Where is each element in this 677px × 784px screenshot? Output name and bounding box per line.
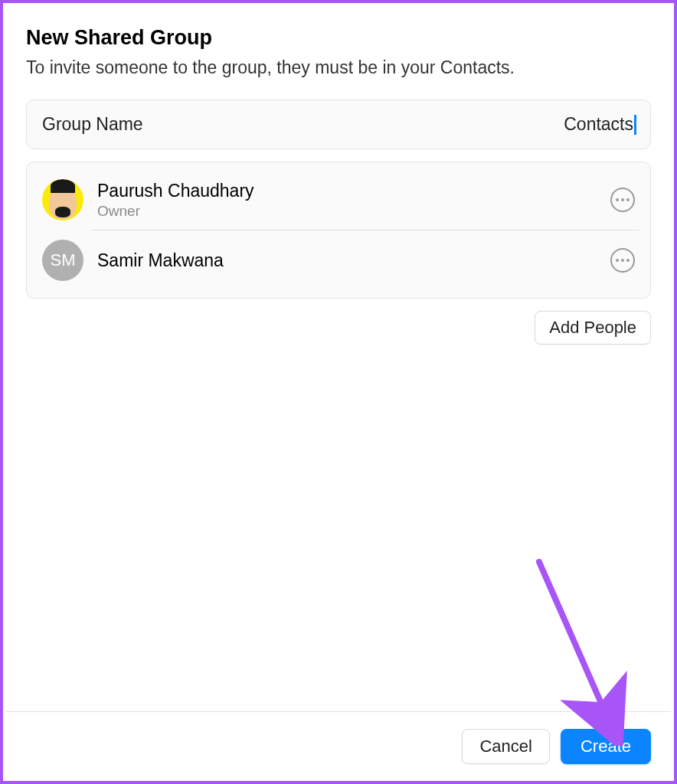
avatar (42, 179, 83, 220)
dialog-subtitle: To invite someone to the group, they mus… (26, 57, 651, 78)
member-name: Paurush Chaudhary (97, 181, 610, 201)
ellipsis-icon (616, 198, 630, 201)
create-button[interactable]: Create (561, 729, 651, 764)
list-item: Paurush Chaudhary Owner (38, 170, 639, 230)
list-item: SM Samir Makwana (38, 230, 639, 290)
dialog-footer: Cancel Create (6, 711, 671, 781)
group-name-input[interactable]: Group Name Contacts (26, 100, 651, 149)
member-info: Paurush Chaudhary Owner (97, 181, 610, 220)
ellipsis-icon (616, 259, 630, 262)
member-name: Samir Makwana (97, 250, 610, 271)
dialog-title: New Shared Group (26, 26, 651, 50)
group-name-value: Contacts (564, 114, 635, 135)
cancel-button[interactable]: Cancel (462, 729, 549, 764)
member-info: Samir Makwana (97, 250, 610, 271)
group-name-label: Group Name (42, 114, 143, 135)
members-list: Paurush Chaudhary Owner SM Samir Makwana (26, 162, 651, 299)
avatar: SM (42, 240, 83, 281)
more-options-button[interactable] (610, 248, 635, 273)
add-people-button[interactable]: Add People (535, 311, 651, 345)
more-options-button[interactable] (610, 188, 635, 212)
member-role: Owner (97, 203, 610, 220)
